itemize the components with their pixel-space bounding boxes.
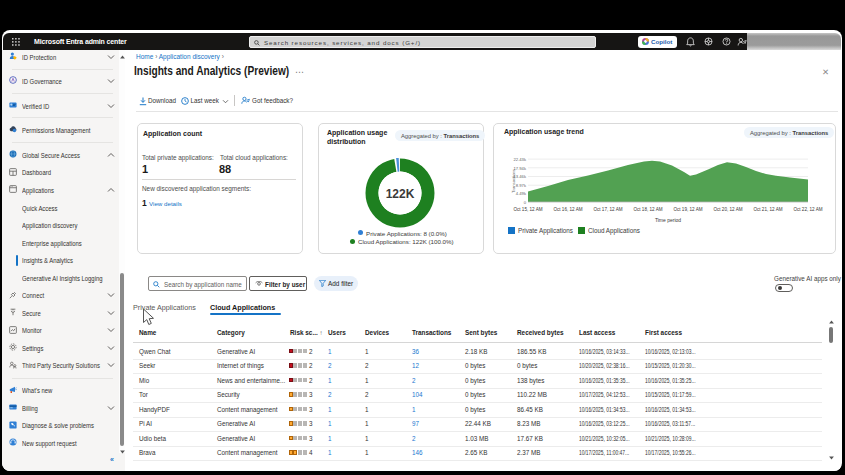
svg-text:122K: 122K	[386, 187, 415, 201]
svg-text:4.49k: 4.49k	[516, 191, 527, 196]
svg-text:Oct 18, 12 AM: Oct 18, 12 AM	[633, 207, 662, 212]
svg-text:Transactions: Transactions	[511, 169, 516, 193]
svg-text:Oct 17, 12 AM: Oct 17, 12 AM	[593, 207, 622, 212]
svg-text:22.43k: 22.43k	[513, 157, 526, 162]
svg-text:8.97k: 8.97k	[516, 183, 527, 188]
svg-text:Oct 21, 12 AM: Oct 21, 12 AM	[753, 207, 782, 212]
svg-text:Oct 20, 12 AM: Oct 20, 12 AM	[713, 207, 742, 212]
svg-text:Time period: Time period	[655, 217, 681, 223]
svg-text:Oct 15, 12 AM: Oct 15, 12 AM	[513, 207, 542, 212]
svg-text:Private Applications: Private Applications	[518, 227, 573, 235]
svg-text:Oct 19, 12 AM: Oct 19, 12 AM	[673, 207, 702, 212]
svg-text:Oct 22, 12 AM: Oct 22, 12 AM	[793, 207, 822, 212]
svg-text:Cloud Applications: Cloud Applications	[588, 227, 640, 235]
svg-text:0: 0	[524, 200, 527, 205]
svg-text:Oct 16, 12 AM: Oct 16, 12 AM	[553, 207, 582, 212]
